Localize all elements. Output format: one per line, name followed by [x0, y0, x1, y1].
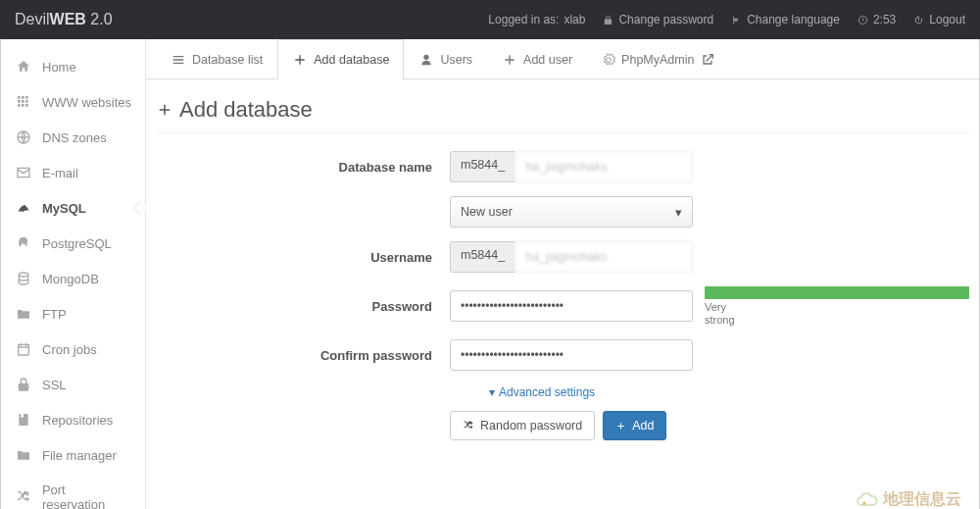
dbname-label: Database name — [156, 160, 450, 175]
svg-rect-3 — [19, 344, 29, 355]
flag-icon — [731, 15, 742, 25]
brand: DevilWEB 2.0 — [15, 11, 113, 28]
change-password-link[interactable]: Change password — [603, 13, 713, 26]
svg-point-2 — [19, 273, 27, 277]
db-icon — [15, 271, 32, 286]
confirm-label: Confirm password — [156, 348, 450, 363]
sidebar-item-mysql[interactable]: MySQL — [1, 190, 145, 226]
plus-icon — [156, 101, 173, 119]
repo-icon — [15, 412, 32, 428]
random-password-button[interactable]: Random password — [450, 411, 595, 440]
sidebar-item-postgresql[interactable]: PostgreSQL — [1, 226, 145, 261]
home-icon — [15, 59, 32, 75]
watermark: 地理信息云 — [856, 489, 961, 509]
globe-icon — [15, 129, 32, 145]
sidebar-item-label: Cron jobs — [42, 342, 97, 357]
password-label: Password — [156, 299, 450, 314]
plus-icon — [292, 52, 308, 68]
username-label: Username — [156, 250, 450, 265]
tab-label: Add database — [314, 53, 389, 67]
sidebar-item-label: WWW websites — [42, 95, 131, 110]
advanced-settings-toggle[interactable]: ▾ Advanced settings — [489, 385, 595, 399]
sidebar-item-repositories[interactable]: Repositories — [1, 402, 145, 437]
sidebar-item-label: File manager — [42, 448, 117, 463]
sidebar-item-ftp[interactable]: FTP — [1, 296, 145, 331]
dbname-prefix: m5844_ — [450, 151, 514, 182]
user-select[interactable]: New user ▾ — [450, 196, 693, 228]
sidebar-item-label: SSL — [42, 378, 67, 392]
tab-add-user[interactable]: Add user — [487, 39, 587, 79]
cal-icon — [15, 341, 32, 357]
tab-phpmyadmin[interactable]: PhpMyAdmin — [587, 39, 730, 79]
external-link-icon — [700, 52, 715, 68]
folder-icon — [15, 306, 32, 322]
plus-icon — [615, 421, 626, 432]
lock-icon — [603, 15, 613, 25]
tab-label: PhpMyAdmin — [621, 53, 694, 67]
confirm-password-input[interactable] — [450, 339, 693, 371]
time-display: 2:53 — [858, 13, 896, 26]
sidebar-item-cron-jobs[interactable]: Cron jobs — [1, 331, 145, 367]
add-button[interactable]: Add — [603, 411, 666, 440]
tab-label: Database list — [192, 53, 263, 67]
password-strength-meter — [705, 286, 969, 299]
power-icon — [913, 15, 924, 25]
clock-icon — [858, 15, 868, 25]
sidebar-item-label: PostgreSQL — [42, 236, 112, 251]
sidebar-item-label: Port reservation — [42, 483, 131, 509]
lock-icon — [15, 377, 32, 392]
sidebar-item-label: DNS zones — [42, 130, 107, 145]
tabs: Database listAdd databaseUsersAdd userPh… — [146, 39, 979, 79]
sidebar: HomeWWW websitesDNS zonesE-mailMySQLPost… — [1, 39, 146, 509]
sidebar-item-label: MySQL — [42, 201, 86, 216]
sidebar-item-label: Home — [42, 60, 76, 75]
page-title: Add database — [156, 97, 969, 123]
sidebar-item-label: Repositories — [42, 413, 113, 428]
tab-label: Users — [440, 53, 472, 67]
caret-down-icon: ▾ — [489, 385, 495, 399]
sidebar-item-label: E-mail — [42, 166, 78, 180]
pg-icon — [15, 235, 32, 251]
caret-down-icon: ▾ — [675, 205, 682, 220]
password-input[interactable] — [450, 290, 693, 322]
cloud-icon — [856, 491, 879, 509]
shuffle-icon — [463, 420, 474, 432]
user-icon — [418, 52, 434, 68]
tab-label: Add user — [523, 53, 572, 67]
shuffle-icon — [15, 489, 32, 505]
sidebar-item-label: MongoDB — [42, 272, 99, 286]
sidebar-item-www-websites[interactable]: WWW websites — [1, 84, 145, 120]
mysql-icon — [15, 200, 32, 216]
username-prefix: m5844_ — [450, 241, 514, 273]
sidebar-item-ssl[interactable]: SSL — [1, 367, 145, 402]
sidebar-item-file-manager[interactable]: File manager — [1, 437, 145, 473]
folder-icon — [15, 447, 32, 463]
grid-icon — [15, 94, 32, 110]
sidebar-item-home[interactable]: Home — [1, 49, 145, 84]
tab-database-list[interactable]: Database list — [156, 39, 277, 79]
sidebar-item-mongodb[interactable]: MongoDB — [1, 261, 145, 296]
gear-icon — [602, 53, 615, 67]
plus-icon — [502, 52, 517, 68]
tab-add-database[interactable]: Add database — [277, 39, 404, 79]
password-strength-label: Very strong — [705, 301, 744, 326]
username-input[interactable] — [514, 241, 693, 273]
change-language-link[interactable]: Change language — [731, 13, 840, 26]
logout-link[interactable]: Logout — [913, 13, 965, 26]
tab-users[interactable]: Users — [404, 39, 487, 79]
svg-point-4 — [863, 501, 866, 504]
logged-in-as: Logged in as: xlab — [488, 13, 585, 26]
sidebar-item-port-reservation[interactable]: Port reservation — [1, 473, 145, 509]
sidebar-item-e-mail[interactable]: E-mail — [1, 155, 145, 190]
list-icon — [171, 52, 186, 68]
sidebar-item-label: FTP — [42, 307, 67, 322]
mail-icon — [15, 165, 32, 180]
dbname-input[interactable] — [514, 151, 693, 182]
sidebar-item-dns-zones[interactable]: DNS zones — [1, 120, 145, 155]
